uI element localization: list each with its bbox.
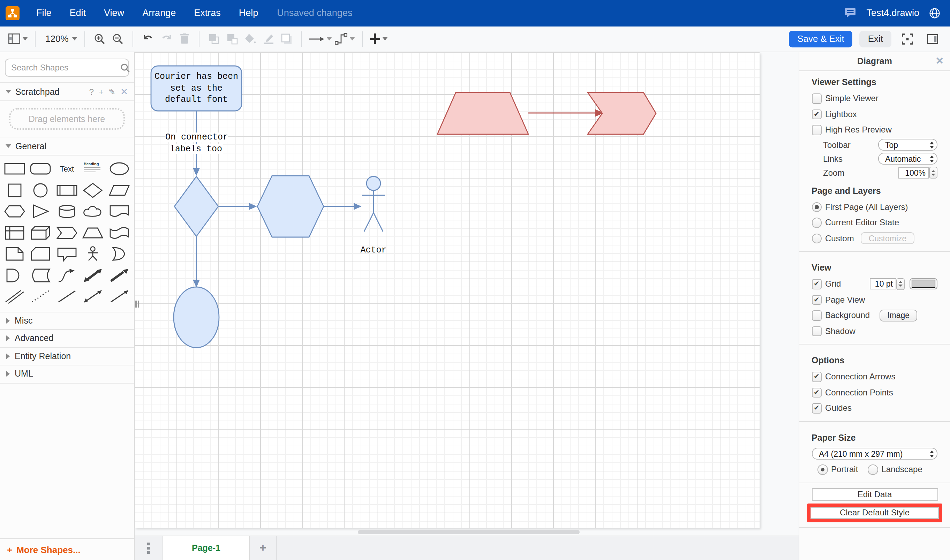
- page-view-checkbox[interactable]: [811, 295, 822, 305]
- shape-ellipse[interactable]: [174, 287, 219, 348]
- sidebar-section-misc[interactable]: Misc: [0, 311, 134, 330]
- exit-button[interactable]: Exit: [860, 31, 891, 48]
- palette-shape-note[interactable]: [2, 243, 28, 265]
- palette-shape-cylinder[interactable]: [54, 201, 80, 222]
- palette-shape-text[interactable]: Text: [54, 158, 80, 180]
- high-res-row[interactable]: High Res Preview: [799, 122, 950, 138]
- connector-trapezoid-to-step[interactable]: [528, 110, 603, 117]
- clear-default-style-button[interactable]: Clear Default Style: [810, 507, 939, 518]
- custom-row[interactable]: Custom Customize: [799, 231, 950, 246]
- zoom-in-button[interactable]: [92, 30, 108, 48]
- fullscreen-icon[interactable]: [900, 30, 915, 48]
- first-page-radio[interactable]: [811, 202, 822, 212]
- palette-shape-trapezoid[interactable]: [80, 222, 106, 243]
- customize-button[interactable]: Customize: [861, 232, 915, 245]
- connection-points-checkbox[interactable]: [811, 388, 822, 397]
- portrait-radio[interactable]: [818, 465, 828, 475]
- palette-shape-card[interactable]: [28, 243, 54, 265]
- sidebar-resizer-handle[interactable]: [135, 301, 141, 308]
- grid-size-input[interactable]: 10 pt: [870, 278, 896, 290]
- grid-checkbox[interactable]: [811, 279, 822, 289]
- scratchpad-add-icon[interactable]: +: [99, 87, 103, 97]
- waypoints-style-button[interactable]: [335, 30, 356, 48]
- links-select[interactable]: Automatic: [878, 153, 938, 165]
- fill-color-button[interactable]: [243, 30, 259, 48]
- page-view-row[interactable]: Page View: [799, 292, 950, 308]
- shape-hexagon[interactable]: [257, 176, 323, 237]
- line-color-button[interactable]: [261, 30, 277, 48]
- palette-shape-step[interactable]: [54, 222, 80, 243]
- palette-shape-bidirectional-arrow[interactable]: [80, 265, 106, 286]
- toolbar-position-select[interactable]: Top: [878, 139, 938, 151]
- palette-shape-hexagon[interactable]: [2, 201, 28, 222]
- landscape-radio[interactable]: [868, 465, 878, 475]
- palette-shape-actor[interactable]: [80, 243, 106, 265]
- search-shapes-input[interactable]: [10, 62, 121, 73]
- palette-shape-tape[interactable]: [106, 222, 132, 243]
- background-image-button[interactable]: Image: [879, 310, 917, 322]
- add-page-button[interactable]: +: [250, 536, 277, 560]
- menu-edit[interactable]: Edit: [61, 8, 95, 18]
- view-panels-button[interactable]: [8, 30, 28, 48]
- to-front-button[interactable]: [207, 30, 222, 48]
- grid-size-stepper[interactable]: [896, 278, 905, 290]
- palette-shape-bidirectional-connector[interactable]: [80, 286, 106, 307]
- connector-hexagon-to-actor[interactable]: [323, 204, 360, 209]
- simple-viewer-checkbox[interactable]: [811, 94, 822, 103]
- shadow-row[interactable]: Shadow: [799, 323, 950, 339]
- palette-shape-circle[interactable]: [28, 180, 54, 201]
- background-row[interactable]: Background Image: [799, 308, 950, 323]
- viewer-zoom-stepper[interactable]: [929, 167, 938, 178]
- lightbox-checkbox[interactable]: [811, 109, 822, 119]
- background-checkbox[interactable]: [811, 310, 822, 320]
- edit-data-button[interactable]: Edit Data: [811, 488, 938, 500]
- palette-shape-square[interactable]: [2, 180, 28, 201]
- palette-shape-cube[interactable]: [28, 222, 54, 243]
- menu-arrange[interactable]: Arrange: [133, 8, 185, 18]
- pages-menu-icon[interactable]: [135, 536, 163, 560]
- shape-actor[interactable]: [362, 177, 385, 232]
- to-back-button[interactable]: [225, 30, 240, 48]
- palette-shape-arrow[interactable]: [106, 265, 132, 286]
- menu-view[interactable]: View: [95, 8, 133, 18]
- general-section-header[interactable]: General: [0, 137, 134, 155]
- connection-style-button[interactable]: [309, 30, 333, 48]
- palette-shape-curve[interactable]: [54, 265, 80, 286]
- palette-shape-rectangle[interactable]: [2, 158, 28, 180]
- undo-button[interactable]: [140, 30, 156, 48]
- shadow-button[interactable]: [279, 30, 295, 48]
- palette-shape-textbox[interactable]: Heading: [80, 158, 106, 180]
- format-panel-toggle-icon[interactable]: [925, 30, 940, 48]
- palette-shape-cloud[interactable]: [80, 201, 106, 222]
- simple-viewer-row[interactable]: Simple Viewer: [799, 91, 950, 106]
- paper-size-select[interactable]: A4 (210 mm x 297 mm): [812, 448, 938, 460]
- menu-file[interactable]: File: [27, 8, 61, 18]
- palette-shape-rounded-rectangle[interactable]: [28, 158, 54, 180]
- palette-shape-and[interactable]: [2, 265, 28, 286]
- palette-shape-internal-storage[interactable]: [2, 222, 28, 243]
- palette-shape-dotted-line[interactable]: [28, 286, 54, 307]
- menu-extras[interactable]: Extras: [185, 8, 230, 18]
- palette-shape-or[interactable]: [106, 243, 132, 265]
- scratchpad-edit-icon[interactable]: ✎: [108, 87, 115, 97]
- connector-diamond-to-ellipse[interactable]: [194, 236, 200, 287]
- delete-button[interactable]: [177, 30, 192, 48]
- palette-shape-document[interactable]: [106, 201, 132, 222]
- palette-shape-triangle[interactable]: [28, 201, 54, 222]
- scratchpad-help-icon[interactable]: ?: [89, 87, 94, 97]
- palette-shape-callout[interactable]: [54, 243, 80, 265]
- palette-shape-directional-connector[interactable]: [106, 286, 132, 307]
- menu-help[interactable]: Help: [230, 8, 268, 18]
- comments-icon[interactable]: [845, 8, 856, 18]
- connection-points-row[interactable]: Connection Points: [799, 385, 950, 400]
- palette-shape-diamond[interactable]: [80, 180, 106, 201]
- shape-diamond[interactable]: [174, 177, 218, 236]
- search-icon[interactable]: [121, 63, 130, 72]
- connector-diamond-to-hexagon[interactable]: [218, 204, 256, 209]
- lightbox-row[interactable]: Lightbox: [799, 106, 950, 122]
- save-exit-button[interactable]: Save & Exit: [789, 31, 852, 48]
- palette-shape-ellipse[interactable]: [106, 158, 132, 180]
- palette-shape-line[interactable]: [54, 286, 80, 307]
- more-shapes-button[interactable]: +More Shapes...: [0, 538, 134, 560]
- scratchpad-close-icon[interactable]: ✕: [120, 86, 128, 97]
